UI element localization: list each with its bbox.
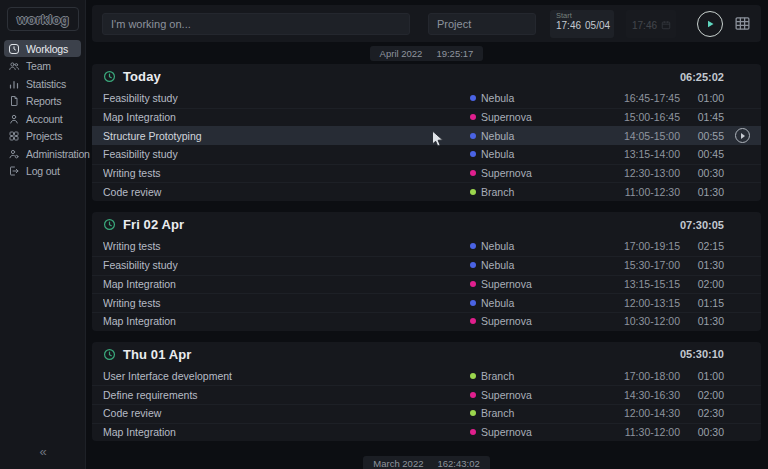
- worklog-row[interactable]: Feasibility study Nebula 13:15-14:00 00:…: [92, 145, 761, 164]
- row-project: Nebula: [481, 259, 514, 271]
- end-label: [632, 12, 671, 20]
- app-logo-text: worklog: [17, 12, 69, 27]
- project-dot: [470, 429, 476, 435]
- row-task: Code review: [103, 407, 470, 419]
- worklog-day-section: Today 06:25:02 Feasibility study Nebula …: [92, 64, 761, 201]
- worklog-row[interactable]: Code review Branch 11:00-12:30 01:30: [92, 182, 761, 201]
- month-label: March 2022: [373, 458, 423, 469]
- project-input[interactable]: [428, 13, 536, 35]
- row-project: Supernova: [481, 278, 532, 290]
- row-project: Nebula: [481, 130, 514, 142]
- row-duration: 00:55: [680, 130, 724, 142]
- sidebar: worklog Worklogs Team Statistics Reports…: [0, 0, 86, 469]
- day-title: Today: [123, 69, 680, 84]
- previous-month-summary-badge: March 2022 162:43:02: [363, 456, 489, 469]
- logout-icon: [8, 165, 20, 177]
- row-project: Branch: [481, 407, 514, 419]
- project-dot: [470, 281, 476, 287]
- sidebar-item-label: Worklogs: [26, 43, 68, 55]
- day-header: Fri 02 Apr 07:30:05: [92, 212, 761, 237]
- task-description-input[interactable]: [102, 13, 410, 35]
- start-time-value: 17:46: [556, 20, 581, 31]
- worklog-row[interactable]: Writing tests Nebula 17:00-19:15 02:15: [92, 237, 761, 256]
- end-time-value: 17:46: [632, 20, 657, 31]
- user-icon: [8, 113, 20, 125]
- sidebar-item-account[interactable]: Account: [4, 110, 81, 127]
- grid-view-button[interactable]: [734, 15, 751, 32]
- row-time-range: 12:00-14:30: [610, 407, 680, 419]
- start-timer-button[interactable]: [697, 11, 723, 37]
- row-time-range: 12:00-13:15: [610, 297, 680, 309]
- row-task: Map Integration: [103, 278, 470, 290]
- row-time-range: 13:15-15:15: [610, 278, 680, 290]
- row-project: Supernova: [481, 167, 532, 179]
- sidebar-item-label: Statistics: [26, 78, 66, 90]
- start-datetime-field[interactable]: Start 17:46 05/04: [550, 10, 614, 38]
- sidebar-item-worklogs[interactable]: Worklogs: [4, 40, 81, 57]
- project-dot: [470, 373, 476, 379]
- day-total: 05:30:10: [680, 348, 724, 360]
- day-header: Today 06:25:02: [92, 64, 761, 89]
- row-duration: 00:30: [680, 167, 724, 179]
- worklog-row[interactable]: Map Integration Supernova 15:00-16:45 01…: [92, 108, 761, 127]
- row-duration: 00:45: [680, 148, 724, 160]
- day-clock-icon: [103, 70, 116, 83]
- row-duration: 01:15: [680, 297, 724, 309]
- row-restart-button[interactable]: [735, 128, 750, 143]
- start-date-value: 05/04: [585, 20, 610, 31]
- worklog-row[interactable]: Map Integration Supernova 13:15-15:15 02…: [92, 275, 761, 294]
- row-task: Writing tests: [103, 167, 470, 179]
- sidebar-item-administration[interactable]: Administration: [4, 145, 81, 162]
- sidebar-item-label: Account: [26, 113, 63, 125]
- main-area: Start 17:46 05/04 17:46 April 2022 19:25…: [92, 0, 761, 469]
- worklog-row[interactable]: Feasibility study Nebula 15:30-17:00 01:…: [92, 256, 761, 275]
- month-footer-strip: March 2022 162:43:02: [92, 452, 761, 469]
- worklog-row[interactable]: Code review Branch 12:00-14:30 02:30: [92, 404, 761, 423]
- row-duration: 01:00: [680, 370, 724, 382]
- sidebar-item-projects[interactable]: Projects: [4, 128, 81, 145]
- project-dot: [470, 300, 476, 306]
- sidebar-nav: Worklogs Team Statistics Reports Account…: [0, 40, 85, 180]
- row-task: Map Integration: [103, 426, 470, 438]
- row-time-range: 14:30-16:30: [610, 389, 680, 401]
- sidebar-item-label: Administration: [26, 148, 90, 160]
- worklog-row[interactable]: User Interface development Branch 17:00-…: [92, 367, 761, 386]
- month-summary-badge: April 2022 19:25:17: [370, 46, 484, 61]
- row-duration: 00:30: [680, 426, 724, 438]
- worklog-day-section: Fri 02 Apr 07:30:05 Writing tests Nebula…: [92, 212, 761, 330]
- day-title: Thu 01 Apr: [123, 347, 680, 362]
- sidebar-item-statistics[interactable]: Statistics: [4, 75, 81, 92]
- project-dot: [470, 133, 476, 139]
- row-project: Branch: [481, 186, 514, 198]
- calendar-icon: [661, 20, 671, 30]
- sidebar-item-team[interactable]: Team: [4, 58, 81, 75]
- day-total: 06:25:02: [680, 71, 724, 83]
- worklog-row[interactable]: Map Integration Supernova 11:30-12:00 00…: [92, 423, 761, 442]
- worklog-row[interactable]: Feasibility study Nebula 16:45-17:45 01:…: [92, 89, 761, 108]
- project-dot: [470, 170, 476, 176]
- row-duration: 02:30: [680, 407, 724, 419]
- row-project: Nebula: [481, 92, 514, 104]
- row-time-range: 13:15-14:00: [610, 148, 680, 160]
- month-label: April 2022: [380, 48, 423, 59]
- sidebar-collapse-button[interactable]: «: [0, 444, 86, 459]
- project-dot: [470, 318, 476, 324]
- worklog-row[interactable]: Writing tests Nebula 12:00-13:15 01:15: [92, 293, 761, 312]
- row-task: Writing tests: [103, 297, 470, 309]
- worklog-row[interactable]: Map Integration Supernova 10:30-12:00 01…: [92, 312, 761, 331]
- worklog-day-section: Thu 01 Apr 05:30:10 User Interface devel…: [92, 342, 761, 442]
- row-task: Structure Prototyping: [103, 130, 470, 142]
- new-entry-toolbar: Start 17:46 05/04 17:46: [92, 5, 761, 42]
- sidebar-item-logout[interactable]: Log out: [4, 163, 81, 180]
- sidebar-item-label: Log out: [26, 165, 60, 177]
- sidebar-item-reports[interactable]: Reports: [4, 93, 81, 110]
- worklog-row[interactable]: Writing tests Supernova 12:30-13:00 00:3…: [92, 164, 761, 183]
- month-total: 162:43:02: [437, 458, 479, 469]
- row-time-range: 15:00-16:45: [610, 111, 680, 123]
- row-task: Map Integration: [103, 315, 470, 327]
- row-time-range: 12:30-13:00: [610, 167, 680, 179]
- sidebar-item-label: Reports: [26, 95, 61, 107]
- worklog-row[interactable]: Define requirements Supernova 14:30-16:3…: [92, 385, 761, 404]
- project-dot: [470, 151, 476, 157]
- worklog-row-hovered[interactable]: Structure Prototyping Nebula 14:05-15:00…: [92, 126, 761, 145]
